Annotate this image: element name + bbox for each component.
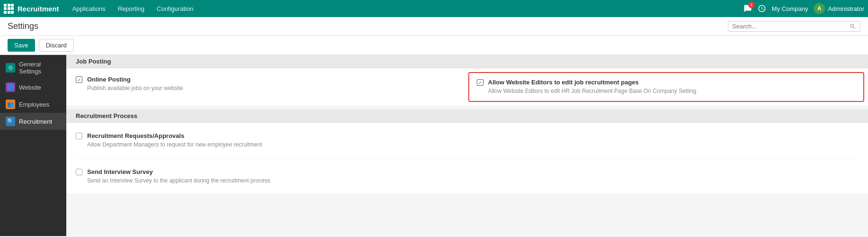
discard-button[interactable]: Discard bbox=[39, 39, 74, 52]
top-nav: Recruitment Applications Reporting Confi… bbox=[0, 0, 868, 17]
nav-reporting[interactable]: Reporting bbox=[112, 3, 150, 14]
page-header: Settings bbox=[0, 17, 868, 36]
brand[interactable]: Recruitment bbox=[4, 4, 59, 14]
online-posting-checkbox[interactable]: ✓ bbox=[76, 76, 82, 83]
sidebar-label-recruitment: Recruitment bbox=[19, 118, 52, 125]
approvals-text: Recruitment Requests/Approvals Allow Dep… bbox=[87, 132, 262, 149]
website-editors-text: Allow Website Editors to edit job recrui… bbox=[488, 79, 697, 95]
job-posting-row: ✓ Online Posting Publish available jobs … bbox=[66, 68, 868, 106]
nav-right: 1 My Company A Administrator bbox=[743, 3, 864, 14]
nav-applications[interactable]: Applications bbox=[67, 3, 111, 14]
sidebar-label-employees: Employees bbox=[19, 101, 49, 108]
message-badge: 1 bbox=[748, 1, 755, 8]
content-area: Job Posting ✓ Online Posting Publish ava… bbox=[66, 55, 868, 236]
toolbar: Save Discard bbox=[0, 36, 868, 55]
approvals-label: Recruitment Requests/Approvals bbox=[87, 132, 262, 139]
website-editors-description: Allow Website Editors to edit HR Job Rec… bbox=[488, 87, 697, 95]
sidebar-label-general: General Settings bbox=[19, 61, 61, 75]
survey-label: Send Interview Survey bbox=[87, 168, 270, 175]
page-title: Settings bbox=[8, 21, 38, 31]
website-editors-label: Allow Website Editors to edit job recrui… bbox=[488, 79, 697, 86]
sidebar-label-website: Website bbox=[19, 84, 41, 91]
main-layout: ⚙ General Settings 🌐 Website 👥 Employees… bbox=[0, 55, 868, 236]
search-bar[interactable] bbox=[728, 21, 860, 32]
apps-icon bbox=[4, 4, 14, 14]
nav-configuration[interactable]: Configuration bbox=[151, 3, 199, 14]
general-settings-icon: ⚙ bbox=[6, 63, 15, 73]
search-input[interactable] bbox=[732, 23, 850, 30]
online-posting-description: Publish available jobs on your website bbox=[87, 84, 183, 92]
user-avatar: A bbox=[814, 3, 825, 14]
online-posting-setting: ✓ Online Posting Publish available jobs … bbox=[66, 68, 465, 106]
recruitment-icon: 🔍 bbox=[6, 117, 15, 126]
job-posting-section-header: Job Posting bbox=[66, 55, 868, 68]
online-posting-label: Online Posting bbox=[87, 76, 183, 83]
clock-button[interactable] bbox=[758, 4, 766, 13]
recruitment-process-header: Recruitment Process bbox=[66, 109, 868, 123]
messages-button[interactable]: 1 bbox=[743, 4, 752, 13]
brand-name: Recruitment bbox=[18, 5, 59, 13]
recruitment-process-section: Recruitment Process Recruitment Requests… bbox=[66, 109, 868, 194]
online-posting-text: Online Posting Publish available jobs on… bbox=[87, 76, 183, 92]
sidebar-item-website[interactable]: 🌐 Website bbox=[0, 79, 66, 96]
approvals-checkbox[interactable] bbox=[76, 133, 82, 139]
survey-text: Send Interview Survey Send an Interview … bbox=[87, 168, 270, 185]
user-menu[interactable]: A Administrator bbox=[814, 3, 864, 14]
recruitment-item-approvals: Recruitment Requests/Approvals Allow Dep… bbox=[76, 123, 859, 159]
website-editors-checkbox[interactable]: ✓ bbox=[477, 79, 483, 86]
employees-icon: 👥 bbox=[6, 100, 15, 109]
recruitment-items: Recruitment Requests/Approvals Allow Dep… bbox=[66, 123, 868, 194]
save-button[interactable]: Save bbox=[8, 39, 35, 52]
website-editors-setting: ✓ Allow Website Editors to edit job recr… bbox=[468, 72, 865, 102]
nav-links: Applications Reporting Configuration bbox=[67, 3, 743, 14]
recruitment-item-survey: Send Interview Survey Send an Interview … bbox=[76, 159, 859, 194]
survey-description: Send an Interview Survey to the applican… bbox=[87, 177, 270, 185]
sidebar-item-employees[interactable]: 👥 Employees bbox=[0, 96, 66, 113]
website-icon: 🌐 bbox=[6, 82, 15, 92]
sidebar-item-recruitment[interactable]: 🔍 Recruitment bbox=[0, 113, 66, 130]
survey-checkbox[interactable] bbox=[76, 169, 82, 175]
company-name[interactable]: My Company bbox=[772, 5, 808, 12]
user-name: Administrator bbox=[828, 5, 864, 12]
sidebar-item-general-settings[interactable]: ⚙ General Settings bbox=[0, 57, 66, 79]
approvals-description: Allow Department Managers to request for… bbox=[87, 141, 262, 149]
search-icon bbox=[850, 23, 856, 30]
sidebar: ⚙ General Settings 🌐 Website 👥 Employees… bbox=[0, 55, 66, 236]
